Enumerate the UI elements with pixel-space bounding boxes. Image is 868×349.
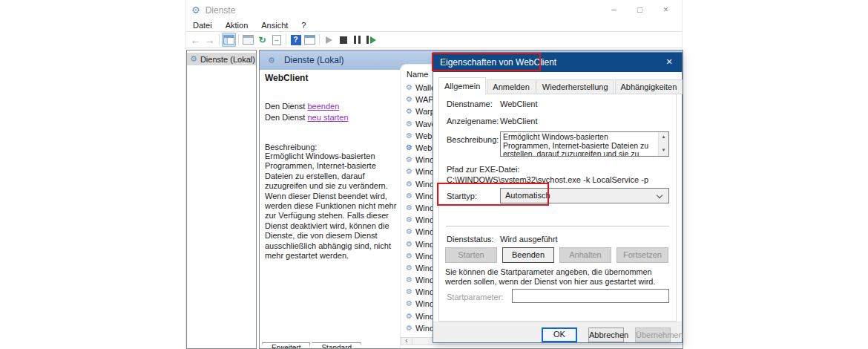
service-gear-icon: ⚙ [406, 228, 412, 235]
service-gear-icon: ⚙ [406, 313, 412, 320]
description-label: Beschreibung: [447, 135, 499, 144]
startparam-input[interactable] [512, 289, 669, 303]
service-gear-icon: ⚙ [406, 168, 412, 175]
startup-type-value: Automatisch [505, 191, 550, 200]
refresh-icon[interactable]: ↻ [255, 33, 269, 47]
dialog-tabs: Allgemein Anmelden Wiederherstellung Abh… [438, 77, 683, 94]
startparam-hint: Sie können die Startparameter angeben, d… [445, 267, 674, 287]
close-button[interactable]: × [653, 0, 679, 20]
scroll-down-icon[interactable]: ▼ [659, 146, 668, 155]
dialog-titlebar[interactable]: Eigenschaften von WebClient × [433, 53, 682, 72]
tab-page-allgemein: Dienstname: WebClient Anzeigename: WebCl… [438, 94, 677, 322]
stop-service-line: Den Dienst beenden [265, 101, 398, 112]
menu-bar: Datei Aktion Ansicht ? [186, 20, 682, 32]
show-extended-view-icon[interactable] [303, 33, 317, 47]
service-gear-icon: ⚙ [406, 204, 412, 212]
service-status-value: Wird ausgeführt [500, 235, 558, 244]
service-gear-icon: ⚙ [406, 324, 412, 332]
service-gear-icon: ⚙ [406, 120, 412, 128]
service-gear-icon: ⚙ [406, 264, 412, 272]
pane-header-title: Dienste (Lokal) [284, 55, 344, 65]
window-controls: – □ × [601, 0, 679, 20]
menu-aktion[interactable]: Aktion [219, 20, 255, 32]
chevron-down-icon [657, 192, 662, 198]
section-divider [446, 226, 669, 226]
startparam-label: Startparameter: [447, 293, 503, 301]
description-text: Ermöglicht Windows-basierten Programmen,… [503, 132, 648, 157]
cancel-button[interactable]: Abbrechen [588, 327, 624, 342]
ok-button[interactable]: OK [542, 327, 577, 342]
pause-service-icon[interactable] [350, 33, 364, 47]
menu-datei[interactable]: Datei [186, 20, 219, 32]
help-icon[interactable]: ? [289, 33, 303, 47]
selected-service-title: WebClient [265, 73, 398, 83]
back-icon[interactable]: ← [188, 33, 203, 47]
display-name-label: Anzeigename: [447, 117, 499, 125]
dialog-close-icon[interactable]: × [657, 53, 682, 72]
tab-anmelden[interactable]: Anmelden [487, 79, 536, 94]
dialog-title: Eigenschaften von WebClient [440, 57, 556, 68]
tree-item-dienste-lokal[interactable]: ⚙ Dienste (Lokal) [187, 53, 256, 65]
console-tree-panel: ⚙ Dienste (Lokal) [186, 50, 257, 349]
properties-icon[interactable] [241, 33, 255, 47]
startup-type-dropdown[interactable]: Automatisch [500, 188, 669, 203]
service-gear-icon: ⚙ [406, 288, 412, 296]
startup-type-label: Starttyp: [447, 192, 477, 200]
start-service-icon[interactable] [322, 33, 336, 47]
tab-wiederherstellung[interactable]: Wiederherstellung [536, 79, 614, 94]
services-header-icon: ⚙ [268, 56, 275, 65]
export-list-icon[interactable]: → [269, 33, 283, 47]
view-tabs: Erweitert Standard [262, 342, 361, 349]
display-name-value: WebClient [500, 117, 538, 125]
window-titlebar[interactable]: ⚙ Dienste – □ × [186, 0, 682, 20]
service-status-label: Dienststatus: [447, 235, 494, 244]
restart-service-line: Den Dienst neu starten [265, 112, 398, 123]
tab-abhaengigkeiten[interactable]: Abhängigkeiten [615, 79, 683, 94]
service-description: Ermöglicht Windows-basierten Programmen,… [265, 151, 398, 261]
pause-button: Anhalten [559, 247, 611, 263]
service-gear-icon: ⚙ [406, 144, 412, 151]
forward-icon[interactable]: → [203, 33, 217, 47]
service-gear-icon: ⚙ [406, 84, 412, 91]
toolbar-separator [219, 34, 220, 45]
service-gear-icon: ⚙ [406, 96, 412, 103]
menu-hilfe[interactable]: ? [295, 20, 312, 32]
scroll-up-icon[interactable]: ▲ [659, 133, 668, 142]
service-gear-icon: ⚙ [406, 132, 412, 140]
show-console-tree-icon[interactable] [222, 33, 236, 47]
maximize-button[interactable]: □ [627, 0, 653, 20]
service-gear-icon: ⚙ [406, 252, 412, 260]
service-gear-icon: ⚙ [406, 241, 412, 248]
restart-service-icon[interactable] [364, 33, 378, 47]
stop-service-icon[interactable] [336, 33, 350, 47]
tree-item-label: Dienste (Lokal) [200, 55, 255, 64]
services-app-icon: ⚙ [191, 4, 200, 16]
service-gear-icon: ⚙ [406, 192, 412, 200]
stop-service-link[interactable]: beenden [307, 102, 339, 111]
extended-view-panel: WebClient Den Dienst beenden Den Dienst … [260, 70, 398, 348]
tab-standard[interactable]: Standard [312, 342, 361, 349]
service-gear-icon: ⚙ [406, 180, 412, 188]
service-name-label: Dienstname: [447, 100, 493, 108]
service-name-value: WebClient [500, 100, 538, 108]
toolbar-separator [319, 34, 320, 45]
stop-button[interactable]: Beenden [502, 247, 554, 263]
description-label: Beschreibung: [265, 143, 398, 151]
exe-path-label: Pfad zur EXE-Datei: [447, 165, 519, 174]
toolbar: ← → ↻ → ? [186, 32, 682, 48]
services-node-icon: ⚙ [190, 55, 197, 63]
scroll-left-icon[interactable]: ‹ [401, 337, 412, 345]
tab-erweitert[interactable]: Erweitert [262, 342, 310, 349]
restart-service-link[interactable]: neu starten [307, 113, 348, 122]
service-gear-icon: ⚙ [406, 156, 412, 163]
apply-button: Übernehmen [635, 327, 671, 342]
menu-ansicht[interactable]: Ansicht [254, 20, 295, 32]
description-textarea[interactable]: Ermöglicht Windows-basierten Programmen,… [500, 131, 669, 157]
minimize-button[interactable]: – [601, 0, 627, 20]
service-gear-icon: ⚙ [406, 300, 412, 307]
dialog-footer: OK Abbrechen Übernehmen [433, 322, 682, 342]
exe-path-value: C:\WINDOWS\system32\svchost.exe -k Local… [447, 175, 648, 184]
resume-button: Fortsetzen [617, 247, 668, 263]
service-gear-icon: ⚙ [406, 276, 412, 284]
tab-allgemein[interactable]: Allgemein [438, 77, 486, 94]
